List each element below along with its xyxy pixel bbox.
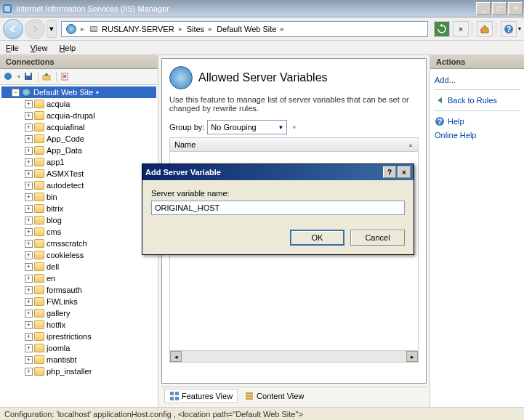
- expand-icon[interactable]: +: [25, 286, 33, 294]
- tree-item[interactable]: +formsauth: [1, 284, 156, 296]
- expand-icon[interactable]: +: [25, 333, 33, 341]
- tree-item[interactable]: +en: [1, 272, 156, 284]
- expand-icon[interactable]: +: [25, 356, 33, 364]
- tree-item[interactable]: +cookieless: [1, 249, 156, 261]
- tree-item[interactable]: +App_Data: [1, 145, 156, 156]
- tree-item[interactable]: +dell: [1, 261, 156, 272]
- help-button[interactable]: ?: [501, 21, 517, 37]
- refresh-button[interactable]: [434, 21, 450, 37]
- horizontal-scrollbar[interactable]: ◂ ▸: [170, 350, 418, 362]
- expand-icon[interactable]: +: [25, 158, 33, 166]
- breadcrumb-sites[interactable]: Sites: [185, 25, 206, 33]
- dialog-close-button[interactable]: ×: [398, 166, 411, 178]
- menu-view[interactable]: View: [31, 44, 48, 52]
- expand-icon[interactable]: +: [25, 205, 33, 213]
- list-column-header[interactable]: Name ▲: [169, 137, 419, 152]
- expand-icon[interactable]: +: [25, 298, 33, 306]
- breadcrumb-server[interactable]: RUSLANY-SERVER: [87, 24, 176, 34]
- expand-icon[interactable]: +: [25, 263, 33, 271]
- expand-icon[interactable]: +: [25, 321, 33, 329]
- scroll-right-button[interactable]: ▸: [406, 351, 418, 362]
- folder-icon: [34, 320, 44, 329]
- connections-tree[interactable]: −Default Web Site▾+acquia+acquia-drupal+…: [0, 85, 158, 407]
- forward-button[interactable]: [25, 19, 45, 39]
- tree-root[interactable]: −Default Web Site▾: [1, 86, 156, 98]
- folder-icon: [34, 169, 44, 178]
- expand-icon[interactable]: +: [25, 217, 33, 225]
- connect-icon[interactable]: [3, 71, 15, 83]
- breadcrumb-site[interactable]: Default Web Site: [215, 25, 278, 33]
- tree-item[interactable]: +bitrix: [1, 203, 156, 214]
- tree-item[interactable]: +app1: [1, 156, 156, 168]
- stop-button[interactable]: ×: [453, 21, 469, 37]
- expand-icon[interactable]: +: [25, 170, 33, 178]
- back-button[interactable]: [3, 19, 23, 39]
- tree-item[interactable]: +cmsscratch: [1, 238, 156, 249]
- tab-features-view[interactable]: Features View: [164, 389, 238, 403]
- expand-icon[interactable]: +: [25, 147, 33, 155]
- tree-item[interactable]: +joomla: [1, 342, 156, 354]
- tree-item[interactable]: +php_installer: [1, 366, 156, 377]
- breadcrumb-bar[interactable]: ▸ RUSLANY-SERVER ▸ Sites ▸ Default Web S…: [61, 21, 428, 37]
- tree-item[interactable]: +bin: [1, 191, 156, 203]
- content-icon: [244, 391, 254, 401]
- groupby-select[interactable]: No Grouping ▼: [207, 120, 287, 134]
- folder-icon: [34, 355, 44, 364]
- tree-item[interactable]: +mantisbt: [1, 354, 156, 366]
- scroll-left-button[interactable]: ◂: [170, 351, 182, 362]
- tree-item[interactable]: +ASMXTest: [1, 168, 156, 179]
- expand-icon[interactable]: +: [25, 193, 33, 201]
- tree-item[interactable]: +App_Code: [1, 133, 156, 145]
- dialog-titlebar[interactable]: Add Server Variable ? ×: [142, 164, 414, 180]
- expand-icon[interactable]: +: [25, 100, 33, 108]
- folder-icon: [34, 123, 44, 132]
- expand-icon[interactable]: +: [25, 240, 33, 248]
- expand-icon[interactable]: +: [25, 124, 33, 132]
- tab-content-view[interactable]: Content View: [239, 389, 309, 403]
- tree-item[interactable]: +gallery: [1, 307, 156, 319]
- svg-rect-3: [91, 27, 97, 31]
- expand-icon[interactable]: +: [25, 228, 33, 236]
- groupby-label: Group by:: [169, 123, 204, 132]
- tree-item[interactable]: +cms: [1, 226, 156, 238]
- folder-icon: [34, 332, 44, 341]
- ok-button[interactable]: OK: [290, 230, 344, 246]
- tree-item[interactable]: +autodetect: [1, 179, 156, 191]
- expand-icon[interactable]: +: [25, 112, 33, 120]
- expand-icon[interactable]: +: [25, 275, 33, 283]
- up-icon[interactable]: [41, 71, 53, 83]
- tree-item[interactable]: +acquiafinal: [1, 121, 156, 133]
- cancel-button[interactable]: Cancel: [350, 230, 405, 246]
- minimize-button[interactable]: _: [476, 2, 491, 15]
- nav-dropdown-button[interactable]: ▾: [47, 20, 57, 38]
- action-online-help[interactable]: Online Help: [435, 129, 520, 142]
- maximize-button[interactable]: □: [492, 2, 507, 15]
- tree-item[interactable]: +FWLinks: [1, 296, 156, 307]
- expand-icon[interactable]: +: [25, 135, 33, 143]
- expand-icon[interactable]: +: [25, 251, 33, 259]
- close-button[interactable]: ×: [508, 2, 523, 15]
- server-variable-input[interactable]: [151, 201, 405, 215]
- collapse-icon[interactable]: −: [12, 89, 20, 97]
- breadcrumb-home-icon[interactable]: [65, 24, 78, 34]
- dialog-help-button[interactable]: ?: [383, 166, 396, 178]
- expand-icon[interactable]: +: [25, 310, 33, 318]
- groupby-extra-dropdown[interactable]: ▾: [293, 124, 296, 131]
- expand-icon[interactable]: +: [25, 182, 33, 190]
- tree-item[interactable]: +iprestrictions: [1, 331, 156, 342]
- home-button[interactable]: [477, 21, 493, 37]
- tree-item[interactable]: +acquia-drupal: [1, 110, 156, 121]
- menu-help[interactable]: Help: [59, 44, 76, 52]
- expand-icon[interactable]: +: [25, 344, 33, 352]
- tree-item[interactable]: +hotfix: [1, 319, 156, 331]
- delete-icon[interactable]: [60, 71, 71, 83]
- folder-icon: [34, 216, 44, 225]
- tree-item[interactable]: +blog: [1, 214, 156, 226]
- save-icon[interactable]: [23, 71, 35, 83]
- menu-file[interactable]: File: [6, 44, 19, 52]
- action-add[interactable]: Add...: [435, 73, 520, 86]
- action-back-to-rules[interactable]: Back to Rules: [435, 93, 520, 108]
- tree-item[interactable]: +acquia: [1, 98, 156, 110]
- expand-icon[interactable]: +: [25, 368, 33, 376]
- action-help[interactable]: ? Help: [435, 114, 520, 129]
